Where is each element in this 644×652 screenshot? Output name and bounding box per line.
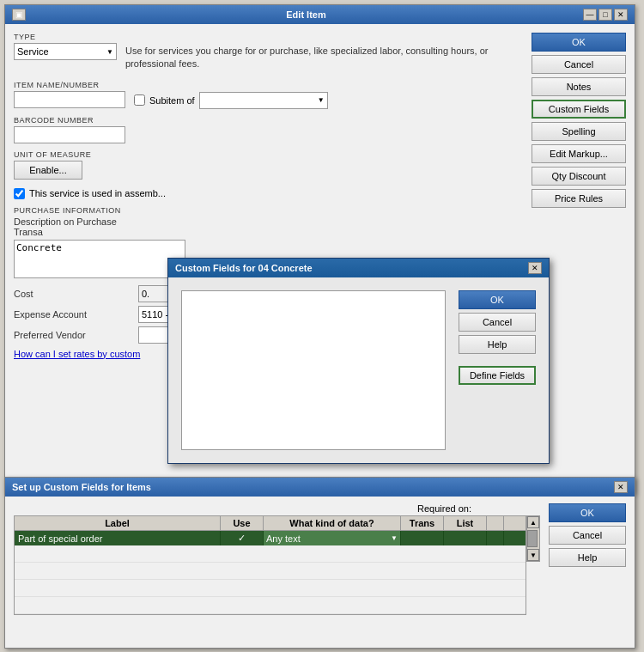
custom-fields-dialog-content: OK Cancel Help Define Fields: [168, 277, 549, 463]
custom-fields-main-area: [181, 290, 446, 450]
scroll-up-button[interactable]: ▲: [527, 516, 539, 528]
item-name-section: Item Name/Number 04 Concrete: [14, 81, 125, 108]
use-cell[interactable]: ✓: [221, 531, 264, 545]
description-textarea[interactable]: [14, 240, 185, 278]
qty-discount-button[interactable]: Qty Discount: [532, 167, 626, 186]
desc-label: Description on Purchase Transa: [14, 216, 134, 237]
minimize-button[interactable]: —: [583, 9, 597, 21]
label-header: Label: [15, 516, 221, 530]
table-row-empty-3: [15, 580, 526, 597]
type-dropdown-icon[interactable]: ▼: [106, 48, 113, 56]
item-name-row: Item Name/Number 04 Concrete Subitem of …: [14, 80, 523, 109]
scroll-thumb[interactable]: [527, 530, 538, 547]
cost-label: Cost: [14, 289, 134, 299]
assembly-text: This service is used in assemb...: [29, 188, 166, 198]
table-row: Part of special order ✓ Any text ▼: [15, 531, 526, 545]
item-name-input[interactable]: 04 Concrete: [14, 91, 125, 108]
edit-item-title-bar: ▣ Edit Item — □ ✕: [5, 5, 635, 24]
type-label: TYPE: [14, 33, 117, 41]
type-description: Use for services you charge for or purch…: [125, 33, 523, 71]
list-header: List: [444, 516, 487, 530]
custom-fields-dialog: Custom Fields for 04 Concrete ✕ OK Cance…: [167, 258, 550, 464]
table-header: Label Use What kind of data? Trans List: [15, 516, 526, 531]
item-name-label: Item Name/Number: [14, 81, 125, 89]
custom-fields-close-button[interactable]: ✕: [528, 262, 542, 274]
edit-item-title: Edit Item: [29, 9, 583, 20]
custom-fields-dialog-title: Custom Fields for 04 Concrete: [175, 263, 313, 273]
vendor-label: Preferred Vendor: [14, 330, 134, 340]
assembly-checkbox-row: This service is used in assemb...: [14, 188, 523, 199]
scroll-down-button[interactable]: ▼: [527, 549, 539, 561]
trans-cell[interactable]: [401, 531, 444, 545]
subitem-checkbox[interactable]: [134, 94, 145, 106]
title-bar-controls: — □ ✕: [583, 9, 628, 21]
edit-markup-button[interactable]: Edit Markup...: [532, 144, 626, 163]
data-type-cell[interactable]: Any text ▼: [264, 531, 401, 545]
assembly-checkbox[interactable]: [14, 188, 25, 199]
use-header: Use: [221, 516, 264, 530]
window-icon: ▣: [12, 9, 26, 21]
trans-header: Trans: [401, 516, 444, 530]
table-row-empty-4: [15, 597, 526, 614]
description-row: Description on Purchase Transa: [14, 216, 523, 237]
setup-table-section: Required on: Label Use What kind of data…: [14, 503, 540, 615]
notes-button[interactable]: Notes: [532, 77, 626, 96]
type-value: Service: [17, 46, 106, 57]
table-row-empty-2: [15, 563, 526, 580]
cancel-button[interactable]: Cancel: [532, 55, 626, 74]
required-on-label: Required on:: [417, 503, 471, 514]
enable-button[interactable]: Enable...: [14, 161, 82, 180]
scroll-header: [487, 516, 504, 530]
cost-value: 0.: [142, 289, 149, 299]
label-cell[interactable]: Part of special order: [15, 531, 221, 545]
price-rules-button[interactable]: Price Rules: [532, 189, 626, 208]
table-row-empty-1: [15, 545, 526, 563]
unit-of-measure-label: UNIT OF MEASURE: [14, 150, 523, 159]
setup-help-button[interactable]: Help: [549, 548, 626, 567]
subitem-dropdown-icon[interactable]: ▼: [318, 96, 325, 104]
custom-fields-help-button[interactable]: Help: [459, 335, 536, 354]
close-button[interactable]: ✕: [614, 9, 628, 21]
subitem-row: Subitem of ▼: [134, 80, 328, 109]
setup-window-title: Set up Custom Fields for Items: [12, 482, 151, 492]
setup-custom-fields-window: Set up Custom Fields for Items ✕ Require…: [4, 477, 635, 649]
barcode-row: Barcode Number: [14, 116, 523, 143]
table-scrollbar: ▲ ▼: [526, 515, 540, 562]
custom-fields-cancel-button[interactable]: Cancel: [459, 313, 536, 332]
spelling-button[interactable]: Spelling: [532, 122, 626, 141]
setup-table-wrapper: Label Use What kind of data? Trans List …: [14, 515, 540, 615]
purchase-info-label: PURCHASE INFORMATION: [14, 206, 523, 215]
unit-of-measure-section: UNIT OF MEASURE Enable...: [14, 150, 523, 180]
what-kind-header: What kind of data?: [264, 516, 401, 530]
barcode-input[interactable]: [14, 126, 125, 143]
setup-title-bar: Set up Custom Fields for Items ✕: [5, 478, 635, 497]
type-row: TYPE Service ▼ Use for services you char…: [14, 33, 523, 71]
row-scroll-cell: [487, 531, 504, 545]
type-section: TYPE Service ▼: [14, 33, 117, 60]
setup-close-button[interactable]: ✕: [614, 481, 628, 493]
barcode-label: Barcode Number: [14, 116, 523, 125]
maximize-button[interactable]: □: [598, 9, 612, 21]
custom-fields-ok-button[interactable]: OK: [459, 290, 536, 309]
subitem-label: Subitem of: [149, 95, 195, 106]
setup-window-content: Required on: Label Use What kind of data…: [5, 497, 635, 622]
setup-cancel-button[interactable]: Cancel: [549, 526, 626, 545]
expense-label: Expense Account: [14, 309, 134, 320]
custom-fields-button[interactable]: Custom Fields: [532, 100, 626, 119]
setup-ok-button[interactable]: OK: [549, 503, 626, 522]
custom-fields-title-bar: Custom Fields for 04 Concrete ✕: [168, 259, 549, 277]
define-fields-button[interactable]: Define Fields: [459, 366, 536, 385]
custom-fields-dialog-buttons: OK Cancel Help Define Fields: [459, 290, 536, 450]
setup-dialog-buttons: OK Cancel Help: [549, 503, 626, 615]
setup-table: Label Use What kind of data? Trans List …: [14, 515, 526, 615]
data-type-dropdown-icon[interactable]: ▼: [391, 534, 398, 542]
list-cell[interactable]: [444, 531, 487, 545]
ok-button[interactable]: OK: [532, 33, 626, 52]
rates-link[interactable]: How can I set rates by custom: [14, 349, 140, 359]
